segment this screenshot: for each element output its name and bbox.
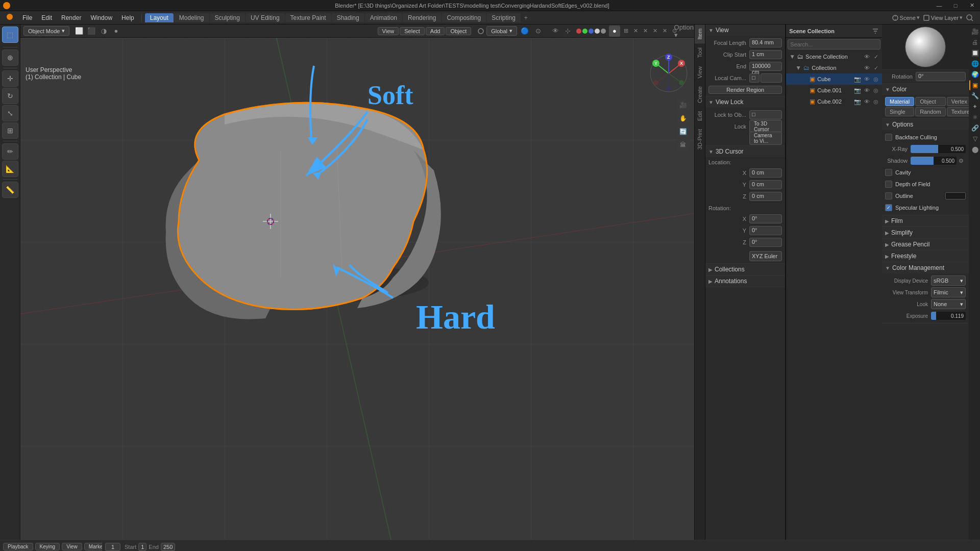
film-header[interactable]: ▶ Film: [882, 215, 969, 227]
n-tab-edit[interactable]: Edit: [695, 107, 705, 125]
close-button[interactable]: ✕: [964, 0, 980, 11]
simplify-header[interactable]: ▶ Simplify: [882, 227, 969, 238]
camera-to-view-btn[interactable]: Camera to Vi...: [749, 132, 782, 145]
view-transform-dropdown[interactable]: Filmic ▾: [931, 287, 966, 297]
color-mgmt-header[interactable]: ▼ Color Management: [882, 262, 969, 273]
color-tab-random[interactable]: Random: [915, 107, 946, 116]
view-menu-tl[interactable]: View: [62, 543, 82, 550]
overlay-icon[interactable]: 👁: [550, 26, 561, 37]
dof-checkbox[interactable]: [885, 181, 892, 188]
n-tab-item[interactable]: Item: [695, 24, 705, 43]
viewport-orbit-btn[interactable]: 🔄: [677, 126, 689, 138]
clip-end-value[interactable]: 100000 cm: [749, 62, 782, 71]
cursor-tool[interactable]: ⊕: [2, 49, 18, 66]
search-icon[interactable]: [966, 14, 974, 22]
ol-scene-collection[interactable]: ▼ 🗂 Scene Collection 👁 ✓: [786, 51, 882, 62]
tab-add[interactable]: +: [521, 13, 531, 22]
cursor-y-value[interactable]: 0 cm: [749, 180, 782, 189]
cavity-checkbox[interactable]: [885, 169, 892, 176]
lock-to-ob-value[interactable]: □: [749, 110, 782, 119]
cube002-eye-icon[interactable]: 👁: [863, 98, 871, 105]
options-dropdown[interactable]: Options ▾: [680, 26, 691, 37]
viewport-icon-5[interactable]: ✕: [660, 27, 669, 36]
gizmo-icon[interactable]: ⊹: [562, 26, 573, 37]
color-tab-single[interactable]: Single: [885, 107, 914, 116]
prop-object-icon[interactable]: ▣: [969, 80, 979, 90]
xray-bar[interactable]: 0.500: [911, 145, 966, 153]
prop-render-icon[interactable]: 🎥: [969, 27, 979, 37]
prop-data-icon[interactable]: ▽: [969, 134, 979, 144]
viewport-icon-1[interactable]: ⊞: [621, 27, 630, 36]
outliner-search-input[interactable]: [788, 39, 880, 49]
specular-checkbox[interactable]: [885, 204, 892, 211]
n-tab-3dprint[interactable]: 3D-Print: [695, 125, 705, 154]
n-tab-tool[interactable]: Tool: [695, 43, 705, 62]
exposure-bar[interactable]: 0.119: [931, 312, 966, 320]
display-device-dropdown[interactable]: sRGB ▾: [931, 276, 966, 286]
color-tab-material[interactable]: Material: [885, 97, 914, 106]
menu-window[interactable]: Window: [86, 13, 116, 22]
cube001-camera-icon[interactable]: 📷: [853, 87, 862, 94]
ol-cube-002[interactable]: ▣ Cube.002 📷 👁 ◎: [786, 96, 882, 107]
global-transform-dropdown[interactable]: Global ▾: [486, 26, 517, 36]
annotations-header[interactable]: ▶ Annotations: [705, 276, 785, 287]
outline-color-swatch[interactable]: [945, 192, 966, 199]
snap-toggle[interactable]: 🔵: [519, 26, 530, 37]
navigation-gizmo[interactable]: X Y Z: [648, 53, 689, 94]
object-menu[interactable]: Object: [446, 27, 471, 35]
cube001-eye-icon[interactable]: 👁: [863, 87, 871, 94]
proportional-edit[interactable]: ⊙: [532, 26, 544, 37]
prop-scene-icon[interactable]: 🌐: [969, 59, 979, 69]
n-tab-create[interactable]: Create: [695, 82, 705, 107]
scene-dropdown[interactable]: ▾: [917, 14, 920, 21]
transform-tool[interactable]: ⊞: [2, 122, 18, 139]
local-cam-value[interactable]: [761, 73, 782, 83]
clip-start-value[interactable]: 1 cm: [749, 50, 782, 59]
options-header[interactable]: ▼ Options: [882, 119, 969, 130]
collection-eye-icon[interactable]: 👁: [863, 65, 871, 71]
view-layer-dropdown[interactable]: ▾: [960, 14, 963, 21]
viewport-pan-btn[interactable]: ✋: [677, 112, 689, 124]
annotate-tool[interactable]: ✏: [2, 143, 18, 160]
viewport-icon-2[interactable]: ✕: [631, 27, 640, 36]
eye-icon[interactable]: 👁: [863, 54, 871, 60]
collections-header[interactable]: ▶ Collections: [705, 264, 785, 275]
cursor-rz-value[interactable]: 0°: [749, 238, 782, 247]
tab-uv-editing[interactable]: UV Editing: [246, 13, 285, 22]
cursor-z-value[interactable]: 0 cm: [749, 192, 782, 201]
view-menu[interactable]: View: [378, 27, 399, 35]
playback-menu[interactable]: Playback: [3, 543, 33, 550]
exclude-icon[interactable]: ✓: [872, 54, 880, 60]
filter-icon[interactable]: [872, 28, 879, 35]
view-section-header[interactable]: ▼ View: [705, 24, 785, 36]
cursor-ry-value[interactable]: 0°: [749, 226, 782, 235]
n-tab-view[interactable]: View: [695, 62, 705, 83]
focal-length-value[interactable]: 80.4 mm: [749, 38, 782, 47]
minimize-button[interactable]: —: [931, 0, 947, 11]
viewport-shading-render[interactable]: ●: [110, 26, 121, 37]
tab-animation[interactable]: Animation: [365, 13, 402, 22]
scale-tool[interactable]: ⤡: [2, 105, 18, 121]
viewport[interactable]: Object Mode ▾ ⬜ ⬛ ◑ ● View Select Add Ob…: [20, 24, 694, 540]
keying-menu[interactable]: Keying: [35, 543, 60, 550]
grease-pencil-header[interactable]: ▶ Grease Pencil: [882, 239, 969, 250]
start-frame[interactable]: 1: [138, 543, 146, 551]
tab-layout[interactable]: Layout: [145, 13, 174, 22]
menu-edit[interactable]: Edit: [37, 13, 56, 22]
rot-mode-dropdown[interactable]: XYZ Euler: [749, 251, 782, 261]
color-tab-vertex[interactable]: Vertex: [947, 97, 969, 106]
rotation-value[interactable]: 0°: [916, 72, 966, 81]
cube001-select-icon[interactable]: ◎: [872, 87, 880, 94]
prop-constraints-icon[interactable]: 🔗: [969, 123, 979, 133]
object-mode-dropdown[interactable]: Object Mode ▾: [23, 26, 69, 36]
cursor-section-header[interactable]: ▼ 3D Cursor: [705, 146, 785, 157]
collection-exclude-icon[interactable]: ✓: [872, 65, 880, 71]
tab-sculpting[interactable]: Sculpting: [210, 13, 245, 22]
prop-modifier-icon[interactable]: 🔧: [969, 91, 979, 101]
color-tab-object[interactable]: Object: [915, 97, 946, 106]
tab-modeling[interactable]: Modeling: [174, 13, 209, 22]
ol-cube-001[interactable]: ▣ Cube.001 📷 👁 ◎: [786, 85, 882, 96]
annotate-line-tool[interactable]: 📐: [2, 161, 18, 177]
select-box-tool[interactable]: ⬚: [2, 27, 18, 43]
cube-eye-icon[interactable]: 👁: [863, 76, 871, 83]
